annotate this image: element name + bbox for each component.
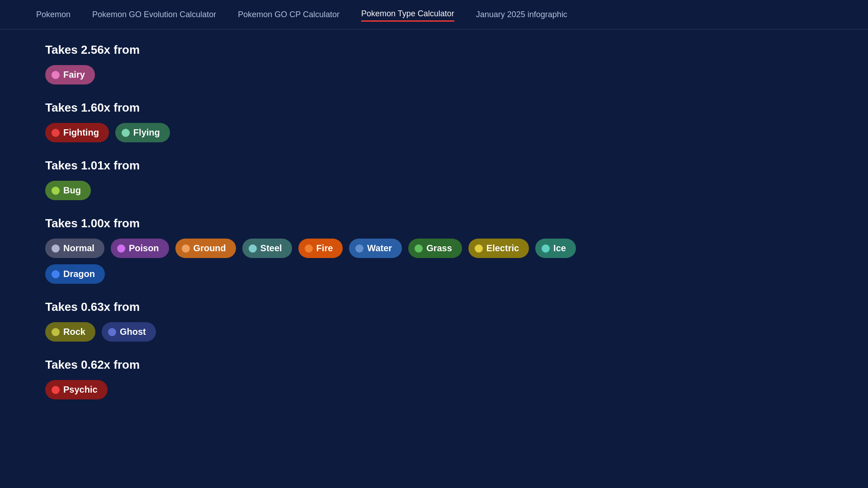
section-title-takes-100: Takes 1.00x from <box>45 216 588 230</box>
type-badges-takes-160: FightingFlying <box>45 123 588 142</box>
ground-dot-icon <box>182 244 190 253</box>
type-badges-takes-256: Fairy <box>45 65 588 84</box>
nav-link-pokemon[interactable]: Pokemon <box>36 8 71 21</box>
type-badge-fighting[interactable]: Fighting <box>45 123 109 142</box>
type-badge-ice[interactable]: Ice <box>535 239 576 258</box>
poison-label: Poison <box>129 243 159 253</box>
ground-label: Ground <box>193 243 226 253</box>
fire-label: Fire <box>316 243 333 253</box>
type-badge-electric[interactable]: Electric <box>468 239 529 258</box>
section-takes-101: Takes 1.01x fromBug <box>45 159 588 200</box>
type-badges-takes-063: RockGhost <box>45 322 588 342</box>
section-title-takes-101: Takes 1.01x from <box>45 159 588 173</box>
type-badge-water[interactable]: Water <box>349 239 402 258</box>
section-takes-256: Takes 2.56x fromFairy <box>45 43 588 84</box>
type-badge-psychic[interactable]: Psychic <box>45 380 108 399</box>
section-takes-063: Takes 0.63x fromRockGhost <box>45 300 588 342</box>
type-badges-takes-101: Bug <box>45 181 588 200</box>
rock-label: Rock <box>63 327 85 337</box>
poison-dot-icon <box>117 244 125 253</box>
nav-link-type[interactable]: Pokemon Type Calculator <box>361 7 454 22</box>
steel-dot-icon <box>249 244 257 253</box>
section-title-takes-063: Takes 0.63x from <box>45 300 588 314</box>
grass-dot-icon <box>415 244 423 253</box>
ice-dot-icon <box>542 244 550 253</box>
fighting-label: Fighting <box>63 127 99 138</box>
psychic-dot-icon <box>52 386 60 394</box>
type-badge-steel[interactable]: Steel <box>242 239 292 258</box>
type-badge-fairy[interactable]: Fairy <box>45 65 95 84</box>
steel-label: Steel <box>260 243 282 253</box>
bug-dot-icon <box>52 187 60 195</box>
section-takes-160: Takes 1.60x fromFightingFlying <box>45 101 588 142</box>
type-badge-poison[interactable]: Poison <box>111 239 169 258</box>
nav-link-infographic[interactable]: January 2025 infographic <box>476 8 567 21</box>
fire-dot-icon <box>305 244 313 253</box>
main-nav: PokemonPokemon GO Evolution CalculatorPo… <box>0 0 868 29</box>
type-badges-takes-100: NormalPoisonGroundSteelFireWaterGrassEle… <box>45 239 588 284</box>
nav-link-evolution[interactable]: Pokemon GO Evolution Calculator <box>92 8 216 21</box>
type-badge-normal[interactable]: Normal <box>45 239 104 258</box>
type-badge-grass[interactable]: Grass <box>408 239 462 258</box>
type-badge-dragon[interactable]: Dragon <box>45 264 105 284</box>
water-dot-icon <box>355 244 363 253</box>
section-takes-062: Takes 0.62x fromPsychic <box>45 358 588 399</box>
section-title-takes-160: Takes 1.60x from <box>45 101 588 115</box>
rock-dot-icon <box>52 328 60 336</box>
nav-link-cp[interactable]: Pokemon GO CP Calculator <box>238 8 340 21</box>
section-title-takes-062: Takes 0.62x from <box>45 358 588 372</box>
electric-dot-icon <box>475 244 483 253</box>
ghost-label: Ghost <box>120 327 146 337</box>
type-badge-rock[interactable]: Rock <box>45 322 95 342</box>
section-takes-100: Takes 1.00x fromNormalPoisonGroundSteelF… <box>45 216 588 284</box>
fairy-dot-icon <box>52 71 60 79</box>
normal-dot-icon <box>52 244 60 253</box>
bug-label: Bug <box>63 185 81 196</box>
ghost-dot-icon <box>108 328 116 336</box>
dragon-label: Dragon <box>63 269 95 279</box>
fairy-label: Fairy <box>63 70 85 80</box>
type-badge-ground[interactable]: Ground <box>175 239 236 258</box>
dragon-dot-icon <box>52 270 60 278</box>
ice-label: Ice <box>553 243 566 253</box>
type-badge-fire[interactable]: Fire <box>298 239 343 258</box>
type-badge-bug[interactable]: Bug <box>45 181 91 200</box>
type-badge-flying[interactable]: Flying <box>115 123 170 142</box>
flying-label: Flying <box>133 127 160 138</box>
flying-dot-icon <box>122 129 130 137</box>
electric-label: Electric <box>486 243 519 253</box>
type-badge-ghost[interactable]: Ghost <box>102 322 156 342</box>
main-content: Takes 2.56x fromFairyTakes 1.60x fromFig… <box>0 29 633 429</box>
section-title-takes-256: Takes 2.56x from <box>45 43 588 57</box>
psychic-label: Psychic <box>63 385 98 395</box>
normal-label: Normal <box>63 243 94 253</box>
grass-label: Grass <box>426 243 452 253</box>
type-badges-takes-062: Psychic <box>45 380 588 399</box>
fighting-dot-icon <box>52 129 60 137</box>
water-label: Water <box>367 243 392 253</box>
